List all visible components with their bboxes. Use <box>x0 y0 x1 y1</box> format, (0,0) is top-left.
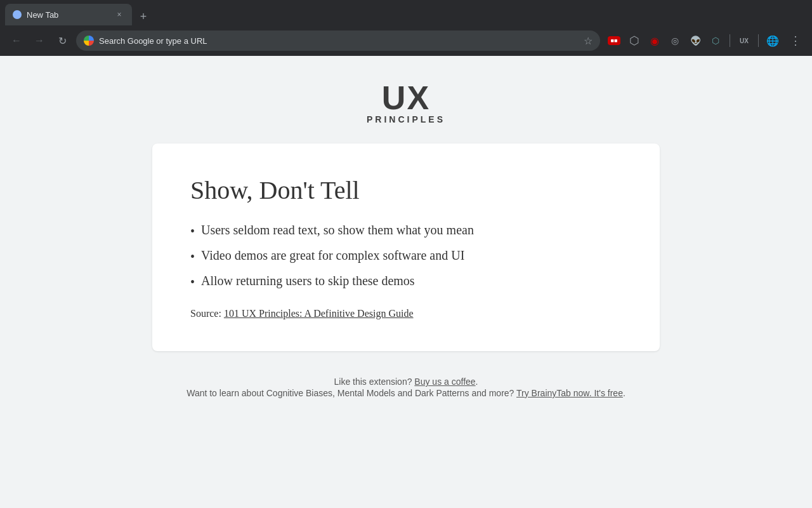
page-content: UX PRINCIPLES Show, Don't Tell Users sel… <box>0 56 812 508</box>
google-icon <box>84 36 94 46</box>
tab-close-button[interactable]: × <box>114 10 124 20</box>
active-tab[interactable]: New Tab × <box>5 4 132 25</box>
menu-divider <box>758 34 759 47</box>
tab-favicon <box>13 10 22 19</box>
footer: Like this extension? Buy us a coffee. Wa… <box>187 377 625 398</box>
footer-line2-text: Want to learn about Cognitive Biases, Me… <box>187 388 514 398</box>
list-item: Users seldom read text, so show them wha… <box>190 223 622 239</box>
chrome-menu-button[interactable]: ⋮ <box>787 32 804 50</box>
tab-title: New Tab <box>27 10 109 20</box>
lastpass-ext-icon[interactable]: ◉ <box>646 32 664 50</box>
forward-button[interactable]: → <box>30 32 48 50</box>
list-item: Allow returning users to skip these demo… <box>190 274 622 290</box>
extensions-area: ■■ ⬡ ◉ ◎ 👽 ⬡ UX 🌐 <box>605 32 782 50</box>
back-button[interactable]: ← <box>8 32 25 50</box>
card-title: Show, Don't Tell <box>190 175 622 205</box>
brainy-tab-link[interactable]: Try BrainyTab now. It's free <box>516 388 623 398</box>
tab-strip: New Tab × + <box>5 0 152 25</box>
vpn-ext-icon[interactable]: 🌐 <box>764 32 782 50</box>
card-source: Source: 101 UX Principles: A Definitive … <box>190 308 622 319</box>
source-label: Source: <box>190 308 221 319</box>
list-item-text: Users seldom read text, so show them wha… <box>201 223 474 237</box>
footer-text: Like this extension? Buy us a coffee. Wa… <box>187 377 625 398</box>
footer-line2-suffix: . <box>623 388 625 398</box>
coffee-link[interactable]: Buy us a coffee <box>414 377 475 387</box>
ux-ext-icon[interactable]: UX <box>735 32 753 50</box>
reload-button[interactable]: ↻ <box>53 32 71 50</box>
list-item: Video demos are great for complex softwa… <box>190 248 622 265</box>
address-text: Search Google or type a URL <box>99 36 579 46</box>
list-item-text: Allow returning users to skip these demo… <box>201 274 415 288</box>
shield-ext-icon[interactable]: ⬡ <box>707 32 724 50</box>
extensions-divider <box>730 34 730 47</box>
nav-bar: ← → ↻ Search Google or type a URL ☆ ■■ ⬡… <box>0 25 812 56</box>
footer-line1-suffix: . <box>476 377 478 387</box>
footer-line1-text: Like this extension? <box>334 377 412 387</box>
title-bar: New Tab × + <box>0 0 812 25</box>
pocket-ext-icon[interactable]: ■■ <box>605 32 623 50</box>
address-bar[interactable]: Search Google or type a URL ☆ <box>76 30 600 51</box>
list-item-text: Video demos are great for complex softwa… <box>201 248 464 263</box>
content-card: Show, Don't Tell Users seldom read text,… <box>152 144 660 351</box>
bookmark-icon[interactable]: ☆ <box>584 35 593 47</box>
reddit-ext-icon[interactable]: 👽 <box>686 32 704 50</box>
logo-principles: PRINCIPLES <box>367 114 445 124</box>
logo-container: UX PRINCIPLES <box>367 81 445 124</box>
honey-ext-icon[interactable]: ⬡ <box>625 32 643 50</box>
source-link[interactable]: 101 UX Principles: A Definitive Design G… <box>224 308 414 319</box>
new-tab-button[interactable]: + <box>134 8 152 25</box>
footer-line2: Want to learn about Cognitive Biases, Me… <box>187 388 625 398</box>
pocket-icon-badge: ■■ <box>608 36 620 45</box>
mercury-ext-icon[interactable]: ◎ <box>666 32 684 50</box>
logo-ux: UX <box>382 81 430 114</box>
card-bullet-list: Users seldom read text, so show them wha… <box>190 223 622 290</box>
